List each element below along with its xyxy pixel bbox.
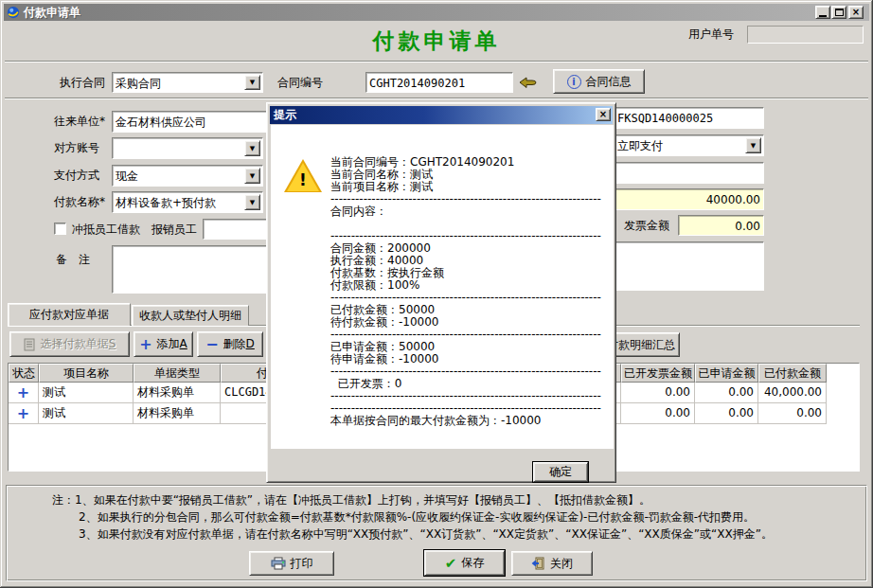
dropdown-icon[interactable]: ▼ [244, 75, 260, 90]
pay-name-select[interactable]: 材料设备款+预付款 ▼ [112, 191, 263, 213]
add-icon: + [139, 339, 151, 350]
col-header-doctype[interactable]: 单据类型 [134, 364, 221, 383]
prompt-dialog: 提示 × ! 当前合同编号：CGHT2014090201 当前合同名称：测试 当… [266, 102, 616, 483]
dialog-title: 提示 [274, 107, 296, 123]
dialog-message: 当前合同编号：CGHT2014090201 当前合同名称：测试 当前项目名称：测… [330, 156, 601, 427]
printer-icon [271, 557, 286, 570]
user-no-field[interactable] [747, 26, 864, 44]
pay-method-select[interactable]: 现金 ▼ [112, 165, 263, 187]
tab-payable-docs[interactable]: 应付款对应单据 [8, 303, 131, 326]
note-line-2: 2、如果执行的分包合同，那么可付款金额=付款基数*付款限额%-(应收履约保证金-… [79, 509, 755, 526]
window-title: 付款申请单 [24, 5, 80, 21]
plus-icon[interactable]: + [17, 387, 29, 399]
dialog-titlebar[interactable]: 提示 [270, 106, 613, 124]
remark-label: 备 注 [56, 249, 90, 270]
memo-textarea[interactable] [614, 241, 764, 291]
dropdown-icon[interactable]: ▼ [244, 140, 260, 156]
dropdown-icon[interactable]: ▼ [244, 194, 260, 210]
account-select[interactable]: ▼ [112, 137, 263, 159]
exit-door-icon [531, 557, 545, 570]
plus-icon[interactable]: + [17, 408, 29, 419]
app-icon [7, 6, 20, 19]
pay-method-label: 支付方式 [54, 165, 99, 186]
payment-request-window: 付款申请单 × 付款申请单 用户单号 执行合同 采购合同 ▼ 合同编号 CGHT… [0, 0, 873, 588]
close-form-button[interactable]: 关闭 [511, 551, 593, 576]
close-icon: × [599, 110, 607, 119]
ok-button[interactable]: 确定 [533, 462, 588, 482]
pay-name-label: 付款名称* [54, 191, 105, 212]
account-label: 对方账号 [54, 137, 99, 158]
offset-loan-label: 冲抵员工借款 [72, 219, 140, 240]
close-button[interactable]: × [848, 6, 864, 19]
pay-timing-select[interactable]: 立即支付 ▼ [614, 134, 764, 156]
maximize-icon [835, 9, 844, 16]
select-payment-doc-button[interactable]: 选择付款单据S [9, 331, 130, 357]
save-button[interactable]: ✔ 保存 [424, 550, 505, 576]
unit-label: 往来单位* [54, 111, 105, 132]
check-icon: ✔ [445, 557, 457, 570]
remove-icon: − [205, 339, 218, 350]
header-separator [5, 61, 868, 62]
close-icon: × [852, 8, 860, 17]
info-icon: i [567, 75, 581, 89]
note-line-1: 注：1、如果在付款中要“报销员工借款”，请在【冲抵员工借款】上打钩，并填写好【报… [52, 492, 650, 508]
hand-pointer-icon[interactable] [519, 75, 538, 90]
warning-icon: ! [284, 159, 322, 193]
contract-no-input[interactable]: CGHT2014090201 [365, 72, 513, 93]
tab-payee-details[interactable]: 收款人或垫付人明细 [132, 305, 249, 326]
delete-button[interactable]: − 删除D [197, 331, 263, 357]
dropdown-icon[interactable]: ▼ [745, 137, 761, 153]
offset-loan-checkbox[interactable] [54, 223, 66, 235]
request-doc-no-input[interactable]: FKSQD140000025 [614, 107, 764, 129]
dialog-body: ! 当前合同编号：CGHT2014090201 当前合同名称：测试 当前项目名称… [271, 125, 614, 449]
col-header-status[interactable]: 状态 [9, 364, 39, 383]
col-header-invoiced[interactable]: 已开发票金额 [621, 364, 695, 383]
contract-no-label: 合同编号 [277, 72, 323, 93]
exec-contract-select[interactable]: 采购合同 ▼ [112, 72, 263, 93]
note-line-3: 3、如果付款没有对应付款单据，请在付款名称中写明“XX预付款”、“XX订货款”、… [79, 526, 773, 543]
dialog-close-button[interactable]: × [596, 108, 611, 121]
print-button[interactable]: 打印 [249, 551, 334, 576]
reimburse-employee-label: 报销员工 [151, 219, 197, 240]
col-header-project[interactable]: 项目名称 [39, 364, 134, 383]
notes-panel: 注：1、如果在付款中要“报销员工借款”，请在【冲抵员工借款】上打钩，并填写好【报… [6, 485, 867, 581]
extra-input[interactable] [614, 162, 764, 184]
page-title: 付款申请单 [0, 27, 873, 56]
col-header-applied[interactable]: 已申请金额 [695, 364, 758, 383]
maximize-button[interactable] [831, 6, 846, 19]
document-icon [24, 338, 36, 351]
contract-info-button[interactable]: i 合同信息 [553, 69, 645, 94]
dropdown-icon[interactable]: ▼ [244, 168, 260, 184]
minimize-button[interactable] [815, 6, 830, 19]
exec-contract-label: 执行合同 [60, 72, 105, 93]
invoice-amount-input[interactable]: 0.00 [678, 215, 764, 236]
toprow-separator [5, 98, 868, 99]
user-no-label: 用户单号 [688, 26, 734, 43]
window-titlebar[interactable]: 付款申请单 [4, 4, 869, 21]
invoice-amount-label: 发票金额 [624, 215, 669, 236]
minimize-icon [819, 15, 827, 17]
col-header-paid[interactable]: 已付款金额 [758, 364, 827, 383]
add-button[interactable]: + 添加A [134, 331, 193, 357]
